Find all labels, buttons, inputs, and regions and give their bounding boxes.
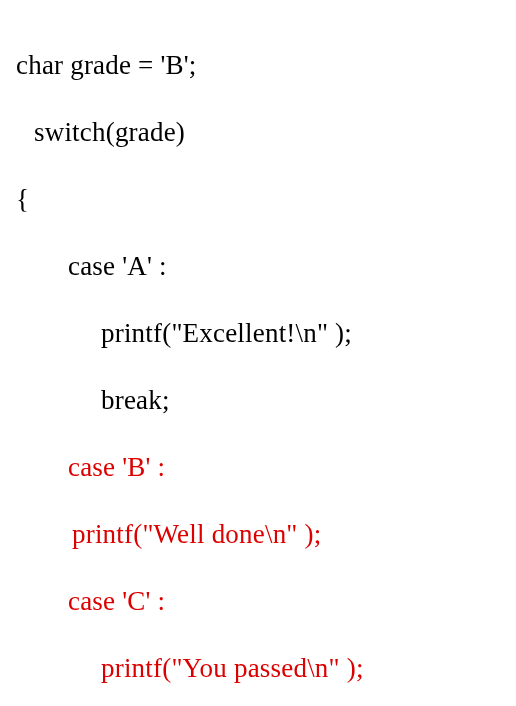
code-line: printf("Excellent!\n" ); bbox=[16, 317, 516, 350]
code-line: case 'A' : bbox=[16, 250, 516, 283]
code-line-highlight: case 'C' : bbox=[16, 585, 516, 618]
code-snippet: char grade = 'B'; switch(grade) { case '… bbox=[0, 0, 516, 706]
code-line: { bbox=[16, 183, 516, 216]
code-line: char grade = 'B'; bbox=[16, 49, 516, 82]
code-line-highlight: printf("Well done\n" ); bbox=[16, 518, 516, 551]
code-line-highlight: printf("You passed\n" ); bbox=[16, 652, 516, 685]
code-line-highlight: case 'B' : bbox=[16, 451, 516, 484]
code-line: break; bbox=[16, 384, 516, 417]
code-line: switch(grade) bbox=[16, 116, 516, 149]
